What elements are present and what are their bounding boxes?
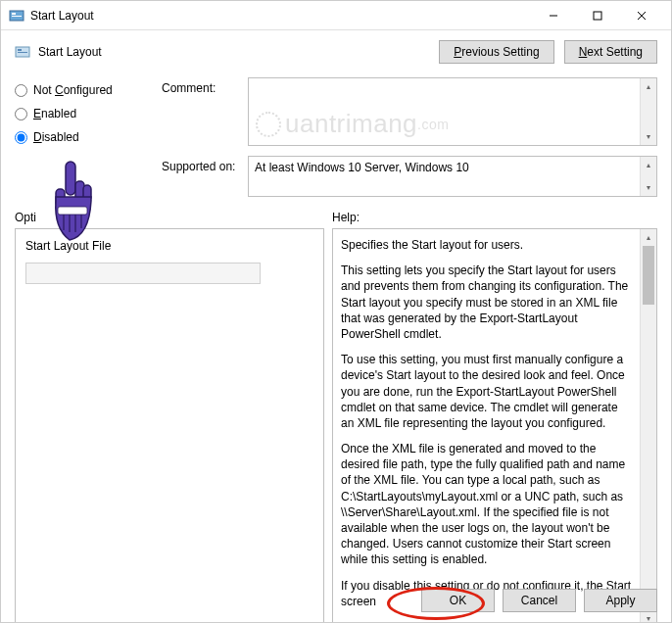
- window-title: Start Layout: [30, 9, 531, 23]
- svg-rect-1: [12, 13, 16, 15]
- page-title: Start Layout: [38, 45, 439, 59]
- dialog-footer: OK Cancel Apply: [421, 589, 657, 612]
- titlebar: Start Layout: [1, 1, 671, 30]
- svg-rect-2: [12, 16, 22, 17]
- ok-button[interactable]: OK: [421, 589, 495, 612]
- apply-button[interactable]: Apply: [584, 589, 657, 612]
- radio-disabled[interactable]: Disabled: [15, 130, 152, 144]
- scroll-up-icon[interactable]: ▴: [641, 78, 656, 95]
- svg-rect-8: [18, 49, 22, 51]
- scroll-down-icon[interactable]: ▾: [641, 179, 656, 196]
- option-field-label: Start Layout File: [25, 239, 313, 253]
- supported-label: Supported on:: [162, 156, 248, 197]
- scroll-up-icon[interactable]: ▴: [641, 157, 656, 173]
- options-label: Opti: [15, 211, 324, 228]
- minimize-button[interactable]: [531, 2, 575, 29]
- supported-field: At least Windows 10 Server, Windows 10 ▴…: [248, 156, 657, 197]
- comment-label: Comment:: [162, 77, 248, 146]
- next-setting-button[interactable]: Next Setting: [564, 40, 657, 64]
- header-row: Start Layout Previous Setting Next Setti…: [1, 30, 671, 70]
- maximize-button[interactable]: [575, 2, 619, 29]
- state-radio-group: Not Configured Enabled Disabled: [15, 77, 152, 207]
- cancel-button[interactable]: Cancel: [503, 589, 576, 612]
- scroll-thumb[interactable]: [643, 246, 654, 305]
- policy-icon: [15, 44, 30, 60]
- radio-enabled[interactable]: Enabled: [15, 107, 152, 120]
- comment-field[interactable]: ▴ ▾: [248, 77, 657, 146]
- help-scrollbar[interactable]: ▴ ▾: [640, 229, 656, 623]
- radio-not-configured[interactable]: Not Configured: [15, 83, 152, 97]
- help-label: Help:: [332, 211, 657, 228]
- previous-setting-button[interactable]: Previous Setting: [439, 40, 553, 64]
- scroll-up-icon[interactable]: ▴: [641, 229, 656, 246]
- comment-scrollbar[interactable]: ▴ ▾: [640, 78, 656, 145]
- start-layout-file-input[interactable]: [25, 263, 261, 284]
- options-panel: Start Layout File: [15, 228, 324, 623]
- app-icon: [9, 8, 24, 24]
- svg-rect-9: [18, 52, 27, 53]
- close-button[interactable]: [619, 2, 663, 29]
- supported-text: At least Windows 10 Server, Windows 10: [249, 157, 640, 196]
- supported-scrollbar[interactable]: ▴ ▾: [640, 157, 656, 196]
- help-text: Specifies the Start layout for users. Th…: [333, 229, 640, 623]
- help-panel: Specifies the Start layout for users. Th…: [332, 228, 657, 623]
- svg-rect-4: [594, 12, 601, 20]
- scroll-down-icon[interactable]: ▾: [641, 128, 656, 145]
